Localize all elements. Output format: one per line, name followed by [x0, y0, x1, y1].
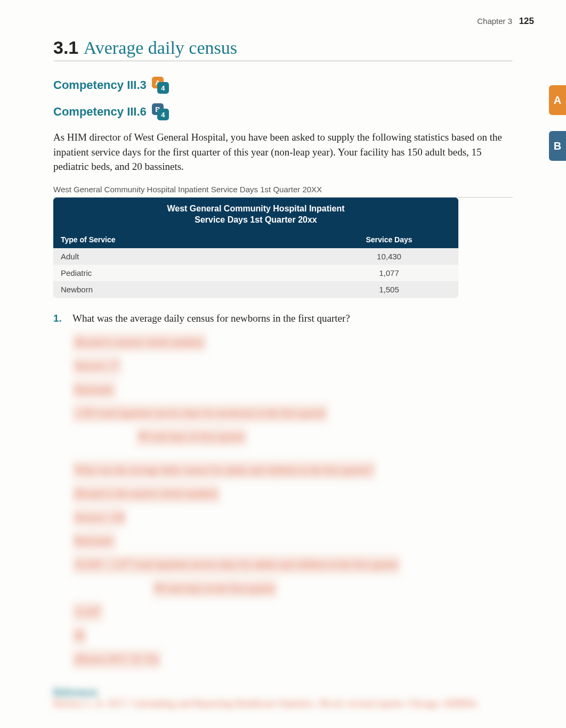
cell-type: Adult: [53, 248, 320, 265]
page-header: Chapter 3 125: [0, 0, 566, 32]
competency-6: Competency III.6 B 4: [53, 103, 169, 120]
obscured-references: References Horton, L. A. 2017. Calculati…: [53, 687, 513, 709]
blur-line: 90 total days in the first quarter: [152, 579, 277, 598]
table-row: Pediatric 1,077: [53, 265, 458, 281]
section-name: Average daily census: [84, 38, 237, 58]
blur-line: 1,505 total inpatient service days for n…: [72, 404, 328, 423]
side-tab-a[interactable]: A: [549, 85, 566, 115]
obscured-question-2: What was the average daily census for ad…: [72, 459, 513, 672]
question-text: What was the average daily census for ne…: [72, 313, 350, 324]
blur-line: Answer: 17: [72, 356, 122, 375]
obscured-answer-1: (Round to nearest whole number) Answer: …: [72, 331, 513, 449]
intro-paragraph: As HIM director of West General Hospital…: [53, 130, 513, 174]
competency-badge-stack: A 4: [152, 77, 169, 94]
question-1: 1. What was the average daily census for…: [53, 313, 513, 324]
service-days-table: West General Community Hospital Inpatien…: [53, 198, 458, 298]
references-text: Horton, L. A. 2017. Calculating and Repo…: [53, 698, 479, 709]
table-row: Adult 10,430: [53, 248, 458, 265]
col-service-days: Service Days: [320, 231, 458, 248]
title-rule: [53, 60, 513, 62]
chapter-label: Chapter 3: [477, 17, 512, 26]
blur-line: 10,430 + 1,077 total inpatient service d…: [72, 555, 400, 574]
cell-days: 1,505: [320, 281, 458, 298]
badge-4-icon: 4: [157, 109, 169, 120]
references-heading: References: [53, 687, 98, 698]
table-title-line2: Service Days 1st Quarter 20xx: [195, 215, 317, 224]
blur-line: Rationale:: [72, 380, 116, 399]
question-number: 1.: [53, 313, 65, 324]
blur-line: Answer: 128: [72, 508, 126, 527]
badge-4-icon: 4: [157, 82, 169, 94]
col-type-of-service: Type of Service: [53, 231, 320, 248]
competency-label: Competency III.3: [53, 78, 147, 92]
blur-line: Rationale:: [72, 531, 116, 551]
table-caption: West General Community Hospital Inpatien…: [53, 185, 513, 198]
cell-type: Pediatric: [53, 265, 320, 281]
competency-3: Competency III.3 A 4: [53, 77, 169, 94]
blur-line: 90 total days in first quarter: [136, 427, 247, 446]
blur-line: (Horton 2017, 52–53): [72, 650, 160, 669]
blur-line: (Round to the nearest whole number): [72, 484, 220, 503]
blur-line: What was the average daily census for ad…: [72, 461, 375, 480]
table-title-line1: West General Community Hospital Inpatien…: [167, 204, 344, 213]
section-title: 3.1 Average daily census: [53, 37, 513, 58]
table-head-row: Type of Service Service Days: [53, 231, 458, 248]
side-tabs: A B: [549, 85, 566, 161]
table-title: West General Community Hospital Inpatien…: [53, 198, 458, 231]
cell-days: 1,077: [320, 265, 458, 281]
cell-type: Newborn: [53, 281, 320, 298]
cell-days: 10,430: [320, 248, 458, 265]
table-row: Newborn 1,505: [53, 281, 458, 298]
competency-badge-stack: B 4: [152, 103, 169, 120]
side-tab-b[interactable]: B: [549, 131, 566, 161]
blur-line: 90: [72, 626, 86, 645]
table-body: Adult 10,430 Pediatric 1,077 Newborn 1,5…: [53, 248, 458, 298]
competency-label: Competency III.6: [53, 105, 147, 119]
section-number: 3.1: [53, 37, 78, 58]
blur-line: 11,507: [72, 602, 103, 621]
page-number: 125: [519, 16, 534, 26]
blur-line: (Round to nearest whole number): [72, 333, 206, 352]
